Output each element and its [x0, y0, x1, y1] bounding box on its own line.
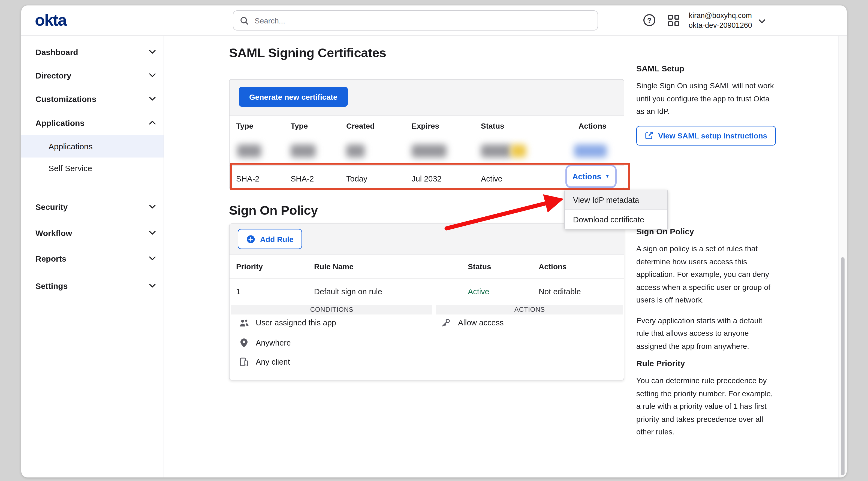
cell-type2: SHA-2: [290, 174, 314, 183]
certificate-row: SHA-2 SHA-2 Today Jul 2032 Active: [229, 166, 624, 191]
column-header-status: Status: [468, 262, 491, 271]
device-icon: [239, 357, 249, 366]
account-email: kiran@boxyhq.com: [689, 11, 752, 21]
actions-label: Actions: [572, 172, 601, 181]
menu-item-view-idp-metadata[interactable]: View IdP metadata: [565, 190, 668, 210]
condition-any-client: Any client: [239, 356, 290, 367]
rule-priority-body: You can determine rule precedence by set…: [636, 375, 777, 439]
rule-priority-heading: Rule Priority: [636, 359, 777, 368]
redacted-cell: [481, 144, 512, 157]
sign-on-policy-help-p1: A sign on policy is a set of rules that …: [636, 243, 777, 307]
column-header-actions: Actions: [539, 262, 567, 271]
cell-created: Today: [346, 174, 367, 183]
saml-setup-body: Single Sign On using SAML will not work …: [636, 79, 777, 118]
actions-header: ACTIONS: [436, 305, 623, 315]
apps-grid-button[interactable]: [668, 15, 679, 26]
external-link-icon: [645, 131, 653, 139]
cell-priority: 1: [236, 287, 241, 296]
add-rule-button[interactable]: Add Rule: [238, 229, 302, 249]
cell-status: Active: [468, 287, 489, 296]
view-saml-setup-label: View SAML setup instructions: [658, 131, 767, 140]
column-header-priority: Priority: [236, 262, 263, 271]
account-org: okta-dev-20901260: [689, 21, 752, 31]
column-header-type2: Type: [290, 121, 308, 130]
scrollbar: [838, 36, 847, 477]
redacted-action-link: [574, 144, 607, 157]
rule-priority-section: Rule Priority You can determine rule pre…: [636, 359, 777, 446]
condition-label: Anywhere: [256, 339, 291, 347]
sign-on-policy-help-p2: Every application starts with a default …: [636, 314, 777, 353]
redacted-cell: [346, 144, 365, 157]
column-header-status: Status: [481, 121, 504, 130]
view-saml-setup-instructions-button[interactable]: View SAML setup instructions: [636, 126, 776, 145]
action-label: Allow access: [458, 318, 504, 327]
certificates-table-header: Type Type Created Expires Status Actions: [229, 116, 624, 136]
policy-rule-row: 1 Default sign on rule Active Not editab…: [229, 279, 624, 305]
cell-rule-name: Default sign on rule: [314, 287, 382, 296]
redacted-status-icon: [511, 144, 526, 157]
redacted-cell: [237, 144, 261, 157]
search-icon: [240, 16, 249, 25]
condition-label: User assigned this app: [256, 318, 336, 327]
sign-on-policy-help-section: Sign On Policy A sign on policy is a set…: [636, 227, 777, 360]
key-icon: [441, 318, 451, 327]
location-pin-icon: [239, 339, 249, 347]
scrollbar-thumb[interactable]: [840, 257, 844, 475]
certificates-panel: Generate new certificate Type Type Creat…: [229, 79, 624, 190]
condition-user-assigned: User assigned this app: [239, 317, 336, 328]
cell-actions: Not editable: [539, 287, 581, 296]
search-input[interactable]: [253, 15, 591, 25]
okta-logo: okta: [35, 11, 66, 29]
account-menu[interactable]: kiran@boxyhq.com okta-dev-20901260: [689, 10, 766, 32]
conditions-header: CONDITIONS: [231, 305, 432, 315]
action-allow-access: Allow access: [441, 317, 504, 328]
column-header-rule-name: Rule Name: [314, 262, 353, 271]
certificate-row-redacted: [229, 136, 624, 166]
cell-status: Active: [481, 174, 502, 183]
actions-menu: View IdP metadata Download certificate: [564, 190, 668, 229]
admin-console-window: okta ? kiran@boxyhq.com okta-dev-2090126…: [21, 5, 847, 477]
redacted-cell: [290, 144, 316, 157]
redacted-cell: [412, 144, 446, 157]
users-icon: [239, 319, 249, 327]
saml-setup-heading: SAML Setup: [636, 64, 777, 73]
rule-detail-headers: CONDITIONS ACTIONS: [229, 305, 624, 315]
sign-on-policy-title: Sign On Policy: [229, 203, 318, 218]
column-header-type1: Type: [236, 121, 253, 130]
certificates-panel-header: Generate new certificate: [229, 79, 624, 116]
column-header-actions: Actions: [579, 121, 607, 130]
column-header-expires: Expires: [412, 121, 439, 130]
policy-table-header: Priority Rule Name Status Actions: [229, 255, 624, 279]
condition-anywhere: Anywhere: [239, 338, 291, 348]
sign-on-policy-panel: Add Rule Priority Rule Name Status Actio…: [229, 223, 624, 380]
search-box: [233, 10, 598, 31]
certificate-actions-dropdown-trigger[interactable]: Actions ▼: [565, 165, 617, 188]
column-header-created: Created: [346, 121, 375, 130]
condition-label: Any client: [256, 357, 290, 366]
saml-setup-section: SAML Setup Single Sign On using SAML wil…: [636, 64, 777, 145]
topbar: okta ? kiran@boxyhq.com okta-dev-2090126…: [21, 5, 847, 36]
menu-item-download-certificate[interactable]: Download certificate: [565, 210, 668, 229]
apps-grid-icon: [668, 15, 679, 26]
add-rule-label: Add Rule: [260, 235, 293, 243]
caret-down-icon: ▼: [605, 174, 610, 179]
cell-type1: SHA-2: [236, 174, 259, 183]
page-title: SAML Signing Certificates: [229, 46, 386, 61]
plus-circle-icon: [246, 235, 255, 243]
question-icon: ?: [643, 14, 655, 26]
help-button[interactable]: ?: [643, 14, 655, 26]
chevron-down-icon: [759, 16, 766, 26]
generate-certificate-button[interactable]: Generate new certificate: [239, 87, 348, 107]
cell-expires: Jul 2032: [412, 174, 442, 183]
